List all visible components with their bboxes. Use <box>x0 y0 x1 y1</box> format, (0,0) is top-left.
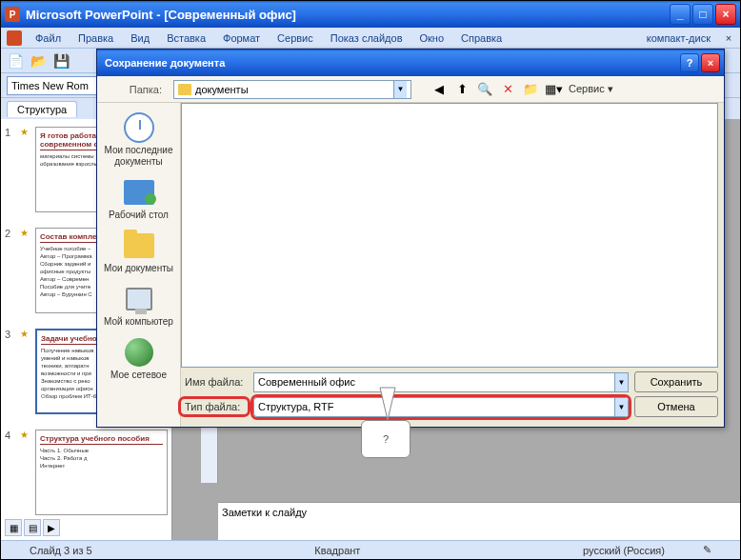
folder-label: Папка: <box>105 84 162 95</box>
menu-view[interactable]: Вид <box>123 30 157 46</box>
open-icon[interactable]: 📂 <box>30 52 47 70</box>
place-desktop[interactable]: Рабочий стол <box>101 173 177 225</box>
app-icon: P <box>5 7 20 22</box>
mdi-close-button[interactable]: × <box>721 30 736 46</box>
filename-value: Современный офис <box>258 376 355 388</box>
slideshow-view-icon[interactable]: ▶ <box>43 519 60 536</box>
folder-value: документы <box>195 84 249 95</box>
up-icon[interactable]: ⬆ <box>453 81 471 98</box>
slide-number: 3 <box>5 329 16 340</box>
delete-icon[interactable]: ✕ <box>499 81 516 98</box>
notes-placeholder: Заметки к слайду <box>222 507 307 518</box>
mydocs-icon <box>124 233 154 258</box>
network-icon <box>125 338 153 367</box>
search-icon[interactable]: 🔍 <box>476 81 493 98</box>
save-icon[interactable]: 💾 <box>52 52 70 70</box>
animation-icon: ★ <box>20 228 31 238</box>
place-mycomputer[interactable]: Мой компьютер <box>101 280 177 331</box>
callout-text: ? <box>383 433 389 445</box>
cancel-button[interactable]: Отмена <box>634 396 718 417</box>
views-icon[interactable]: ▦▾ <box>545 81 562 98</box>
filetype-value: Структура, RTF <box>258 401 333 412</box>
menu-format[interactable]: Формат <box>215 30 268 46</box>
slide-number: 2 <box>5 228 16 239</box>
menu-edit[interactable]: Правка <box>70 30 121 46</box>
folder-selector[interactable]: документы ▼ <box>173 80 411 99</box>
dialog-toolbar: Папка: документы ▼ ◀ ⬆ 🔍 ✕ 📁 ▦▾ Сервис ▾ <box>97 76 724 103</box>
place-mydocs[interactable]: Мои документы <box>101 227 177 278</box>
dialog-title: Сохранение документа <box>101 57 678 69</box>
slide-number: 4 <box>5 430 16 441</box>
menu-help[interactable]: Справка <box>453 30 510 46</box>
callout-box: ? <box>361 420 411 458</box>
file-list[interactable] <box>181 103 718 368</box>
close-button[interactable]: × <box>715 4 736 25</box>
menu-slideshow[interactable]: Показ слайдов <box>323 30 411 46</box>
dropdown-icon[interactable]: ▼ <box>393 81 407 98</box>
filename-input[interactable]: Современный офис ▼ <box>253 372 629 392</box>
filetype-label: Тип файла: <box>181 399 248 414</box>
dropdown-icon[interactable]: ▼ <box>614 373 628 391</box>
menu-file[interactable]: Файл <box>28 30 69 46</box>
menu-bar: Файл Правка Вид Вставка Формат Сервис По… <box>1 28 740 49</box>
mycomputer-icon <box>126 288 152 310</box>
place-network[interactable]: Мое сетевое <box>101 333 177 385</box>
minimize-button[interactable]: _ <box>670 4 691 25</box>
normal-view-icon[interactable]: ▦ <box>5 519 22 536</box>
menu-insert[interactable]: Вставка <box>159 30 213 46</box>
filetype-input[interactable]: Структура, RTF ▼ <box>253 397 629 417</box>
view-switcher: ▦ ▤ ▶ <box>5 519 60 536</box>
new-icon[interactable]: 📄 <box>7 52 24 70</box>
menu-window[interactable]: Окно <box>412 30 452 46</box>
status-slide: Слайд 3 из 5 <box>10 545 111 556</box>
status-language[interactable]: русский (Россия) <box>564 545 684 556</box>
back-icon[interactable]: ◀ <box>431 81 448 98</box>
dialog-titlebar: Сохранение документа ? × <box>97 50 724 76</box>
sorter-view-icon[interactable]: ▤ <box>24 519 41 536</box>
status-layout: Квадрант <box>295 545 379 556</box>
dialog-close-button[interactable]: × <box>701 53 720 72</box>
status-bar: Слайд 3 из 5 Квадрант русский (Россия) ✎ <box>1 540 740 559</box>
places-bar: Мои последние документы Рабочий стол Мои… <box>97 103 181 427</box>
dialog-help-button[interactable]: ? <box>680 53 699 72</box>
slide-thumbnail-4[interactable]: Структура учебного пособия Часть 1. Обыч… <box>35 430 168 515</box>
animation-icon: ★ <box>20 430 31 440</box>
folder-icon <box>178 84 191 95</box>
service-menu[interactable]: Сервис ▾ <box>568 83 613 95</box>
newfolder-icon[interactable]: 📁 <box>522 81 539 98</box>
menu-tools[interactable]: Сервис <box>270 30 321 46</box>
filetype-row-highlight: Тип файла: Структура, RTF ▼ Отмена <box>181 396 718 417</box>
place-recent[interactable]: Мои последние документы <box>101 109 177 171</box>
slide-number: 1 <box>5 127 16 138</box>
recent-icon <box>124 112 154 143</box>
document-icon <box>7 30 22 46</box>
font-name: Times New Rom <box>11 80 89 91</box>
filename-label: Имя файла: <box>181 376 248 388</box>
notes-pane[interactable]: Заметки к слайду <box>218 502 740 540</box>
save-button[interactable]: Сохранить <box>634 371 718 392</box>
desktop-icon <box>124 180 154 205</box>
annotation-callout: ? <box>361 420 411 458</box>
app-titlebar: P Microsoft PowerPoint - [Современный оф… <box>1 1 740 28</box>
app-title: Microsoft PowerPoint - [Современный офис… <box>26 8 670 22</box>
save-dialog: Сохранение документа ? × Папка: документ… <box>96 49 725 428</box>
tab-outline[interactable]: Структура <box>7 101 77 117</box>
maximize-button[interactable]: □ <box>692 4 713 25</box>
animation-icon: ★ <box>20 127 31 137</box>
dropdown-icon[interactable]: ▼ <box>614 398 628 416</box>
animation-icon: ★ <box>20 329 31 339</box>
status-spellcheck-icon[interactable]: ✎ <box>684 544 731 556</box>
